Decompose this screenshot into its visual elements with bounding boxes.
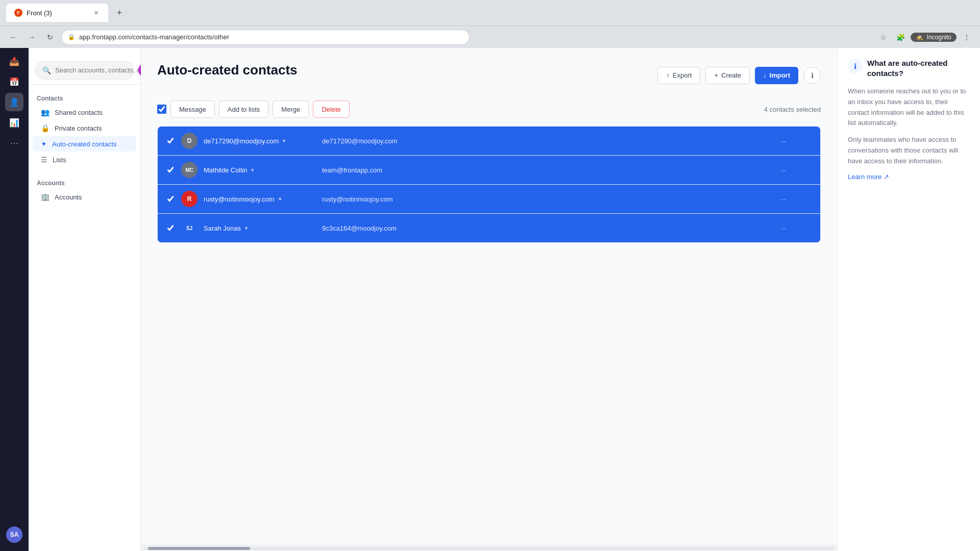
- table-row[interactable]: D de717290@moodjoy.com ✦ de717290@moodjo…: [158, 127, 820, 156]
- info-button[interactable]: ℹ: [803, 67, 821, 84]
- learn-more-link[interactable]: Learn more ↗: [848, 173, 970, 181]
- info-panel-title: What are auto-created contacts?: [867, 58, 970, 78]
- delete-button[interactable]: Delete: [313, 101, 350, 118]
- contact-avatar: D: [181, 133, 198, 149]
- sidebar-item-auto-created[interactable]: ✦ Auto-created contacts: [33, 136, 136, 152]
- create-icon: +: [714, 71, 718, 79]
- sidebar-item-accounts[interactable]: 🏢 Accounts: [33, 189, 136, 205]
- merge-icon[interactable]: ✦: [282, 138, 286, 144]
- search-icon: 🔍: [42, 66, 51, 74]
- incognito-badge: 🕵 Incognito: [911, 33, 957, 42]
- contacts-main: Auto-created contacts ↑ Export + Create …: [141, 48, 837, 551]
- tab-title: Front (3): [27, 9, 52, 17]
- accounts-section-title: Accounts: [29, 176, 140, 189]
- tab-favicon: F: [14, 9, 22, 17]
- contacts-table: D de717290@moodjoy.com ✦ de717290@moodjo…: [157, 126, 821, 243]
- lock-icon: 🔒: [68, 34, 75, 40]
- table-row[interactable]: R rusty@notinmoojoy.com ✦ rusty@notinmoo…: [158, 185, 820, 214]
- contact-email: de717290@moodjoy.com: [322, 137, 775, 145]
- toolbar-row: Message Add to lists Merge Delete 4 cont…: [157, 101, 821, 118]
- contact-email: rusty@notinmoojoy.com: [322, 195, 775, 203]
- sidebar-item-private-contacts[interactable]: 🔒 Private contacts: [33, 120, 136, 136]
- nav-extras: ☆ 🧩 🕵 Incognito ⋮: [876, 30, 974, 44]
- row-checkbox[interactable]: [166, 223, 175, 233]
- accounts-icon: 🏢: [41, 193, 50, 201]
- new-tab-button[interactable]: +: [112, 6, 127, 20]
- reload-button[interactable]: ↻: [43, 30, 57, 44]
- external-link-icon: ↗: [884, 173, 889, 181]
- sidebar-item-lists[interactable]: ☰ Lists: [33, 152, 136, 167]
- contact-avatar: SJ: [181, 220, 198, 236]
- contact-email: 9c3ca164@moodjoy.com: [322, 224, 775, 232]
- auto-created-icon: ✦: [41, 140, 47, 148]
- incognito-icon: 🕵: [916, 34, 923, 41]
- sidebar-item-accounts-label: Accounts: [55, 193, 82, 201]
- contact-name: Sarah Jonas ✦: [204, 224, 316, 232]
- row-checkbox[interactable]: [166, 165, 175, 174]
- create-button[interactable]: + Create: [705, 67, 750, 84]
- sidebar-item-shared-contacts-label: Shared contacts: [55, 109, 103, 116]
- add-to-lists-button[interactable]: Add to lists: [219, 101, 269, 118]
- info-panel-body2: Only teammates who have access to conver…: [848, 135, 970, 166]
- row-checkbox[interactable]: [166, 194, 175, 204]
- table-row[interactable]: SJ Sarah Jonas ✦ 9c3ca164@moodjoy.com --: [158, 214, 820, 242]
- toolbar-analytics-icon[interactable]: 📊: [5, 113, 23, 132]
- sidebar-item-lists-label: Lists: [53, 156, 66, 164]
- toolbar-calendar-icon[interactable]: 📅: [5, 72, 23, 91]
- private-contacts-icon: 🔒: [41, 124, 50, 132]
- contact-name: Mathilde Collin ✦: [204, 166, 316, 174]
- bookmark-icon[interactable]: ☆: [876, 30, 890, 44]
- forward-button[interactable]: →: [24, 30, 39, 44]
- row-checkbox[interactable]: [166, 136, 175, 145]
- nav-bar: ← → ↻ 🔒 app.frontapp.com/contacts-manage…: [0, 26, 980, 48]
- lists-icon: ☰: [41, 156, 47, 164]
- sidebar-item-private-contacts-label: Private contacts: [55, 124, 102, 132]
- contact-extra: --: [781, 137, 812, 145]
- sidebar: 🔍 💎 Upgrade ? ⚙ SA Contacts 👥 Shared con…: [29, 48, 141, 551]
- search-input[interactable]: [55, 66, 141, 74]
- address-text: app.frontapp.com/contacts-manager/contac…: [79, 33, 463, 41]
- contact-email: team@frontapp.com: [322, 166, 775, 174]
- contact-name: de717290@moodjoy.com ✦: [204, 137, 316, 145]
- contacts-section-title: Contacts: [29, 91, 140, 104]
- message-button[interactable]: Message: [170, 101, 215, 118]
- export-button[interactable]: ↑ Export: [657, 67, 700, 84]
- merge-icon[interactable]: ✦: [278, 196, 282, 203]
- extensions-icon[interactable]: 🧩: [893, 30, 908, 44]
- toolbar-contacts-icon[interactable]: 👤: [5, 93, 23, 111]
- toolbar-more-icon[interactable]: ⋯: [5, 134, 23, 152]
- export-icon: ↑: [666, 71, 670, 79]
- contact-extra: --: [781, 195, 812, 203]
- tab-close-button[interactable]: ✕: [92, 9, 100, 17]
- contact-extra: --: [781, 224, 812, 232]
- contacts-selected-label: 4 contacts selected: [764, 106, 821, 113]
- page-header-row: Auto-created contacts ↑ Export + Create …: [157, 62, 821, 88]
- back-button[interactable]: ←: [6, 30, 20, 44]
- contact-avatar: MC: [181, 162, 198, 178]
- content-area: Auto-created contacts ↑ Export + Create …: [141, 48, 980, 551]
- toolbar-user-avatar[interactable]: SA: [6, 527, 22, 543]
- header-actions: ↑ Export + Create ↓ Import ℹ: [657, 67, 821, 84]
- merge-icon[interactable]: ✦: [250, 167, 255, 173]
- sidebar-item-shared-contacts[interactable]: 👥 Shared contacts: [33, 105, 136, 120]
- main-content: Auto-created contacts ↑ Export + Create …: [141, 48, 980, 551]
- import-button[interactable]: ↓ Import: [755, 67, 798, 84]
- merge-icon[interactable]: ✦: [244, 225, 249, 232]
- merge-button[interactable]: Merge: [273, 101, 309, 118]
- select-all-checkbox[interactable]: [157, 105, 166, 114]
- search-bar[interactable]: 🔍: [35, 61, 134, 80]
- contact-extra: --: [781, 166, 812, 174]
- contact-avatar: R: [181, 191, 198, 207]
- table-row[interactable]: MC Mathilde Collin ✦ team@frontapp.com -…: [158, 156, 820, 185]
- menu-icon[interactable]: ⋮: [960, 30, 974, 44]
- toolbar-inbox-icon[interactable]: 📥: [5, 52, 23, 70]
- address-bar[interactable]: 🔒 app.frontapp.com/contacts-manager/cont…: [61, 30, 470, 45]
- shared-contacts-icon: 👥: [41, 108, 50, 116]
- left-toolbar: 📥 📅 👤 📊 ⋯ SA: [0, 48, 29, 551]
- sidebar-item-auto-created-label: Auto-created contacts: [52, 140, 116, 148]
- info-panel-icon: ℹ: [848, 59, 862, 73]
- browser-tab[interactable]: F Front (3) ✕: [6, 4, 108, 22]
- info-panel-body1: When someone reaches out to you or to an…: [848, 86, 970, 129]
- import-icon: ↓: [763, 71, 767, 79]
- info-panel-header: ℹ What are auto-created contacts?: [848, 58, 970, 78]
